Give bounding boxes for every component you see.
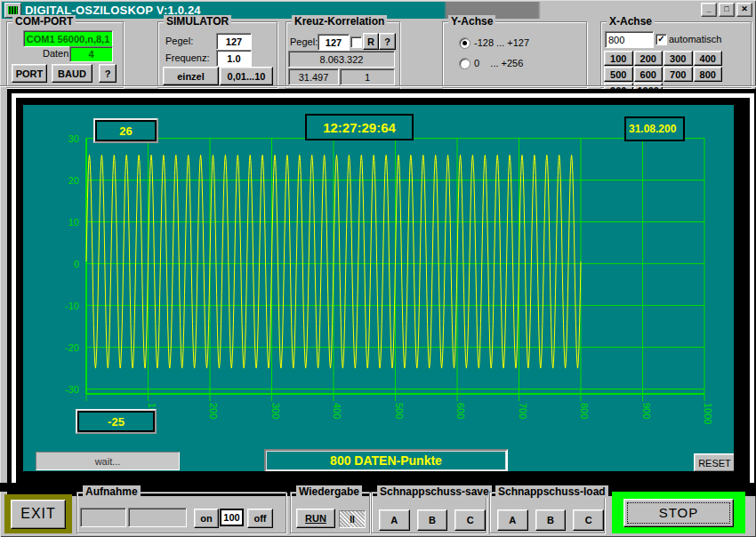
wiedergabe-label: Wiedergabe xyxy=(296,485,362,498)
kreuz-checkbox[interactable] xyxy=(350,36,362,48)
exit-button[interactable]: EXIT xyxy=(11,500,66,529)
aufnahme-field-2[interactable] xyxy=(128,508,187,527)
axis-tick-label: 200 xyxy=(208,403,219,419)
x-preset-button[interactable]: 500 xyxy=(604,67,633,82)
run-button[interactable]: RUN xyxy=(296,509,335,528)
axis-tick-label: 500 xyxy=(394,403,405,419)
wiedergabe-group: Wiedergabe RUN II xyxy=(290,492,370,533)
simulator-label: SIMULATOR xyxy=(164,15,231,28)
stop-panel: STOP xyxy=(612,492,745,533)
load-slot-button[interactable]: B xyxy=(535,509,567,531)
reset-button[interactable]: RESET xyxy=(694,453,734,471)
save-slot-button[interactable]: C xyxy=(454,509,486,531)
y-achse-label: Y-Achse xyxy=(448,15,495,28)
daten-label: Daten: xyxy=(43,48,71,59)
axis-tick-label: 800 xyxy=(579,403,590,419)
automatisch-label: automatisch xyxy=(669,34,721,44)
wait-status-bar: wait... xyxy=(36,452,180,470)
maximize-button[interactable]: □ xyxy=(719,3,735,17)
axis-tick-label: 900 xyxy=(641,403,652,419)
kreuz-pegel-label: Pegel: xyxy=(290,36,318,47)
aufnahme-count-field[interactable]: 100 xyxy=(220,509,244,526)
baud-button[interactable]: BAUD xyxy=(52,64,92,83)
kreuz-label: Kreuz-Korrelation xyxy=(292,15,387,28)
load-slot-buttons: ABC xyxy=(497,509,604,529)
schnappschuss-save-label: Schnappschuss-save xyxy=(377,485,492,498)
oscilloscope-display: 3020100-10-20-30100200300400500600700800… xyxy=(23,105,734,471)
axis-tick-label: -10 xyxy=(65,301,79,311)
x-preset-button[interactable]: 700 xyxy=(664,67,693,82)
automatisch-checkbox[interactable]: ✓ xyxy=(655,34,667,45)
com-help-button[interactable]: ? xyxy=(99,64,117,83)
x-preset-button[interactable]: 600 xyxy=(634,67,664,82)
x-achse-input[interactable]: 800 xyxy=(605,31,654,48)
aufnahme-group: Aufnahme on 100 off xyxy=(76,492,286,533)
x-achse-preset-buttons: 1002003004005006007008009001000 xyxy=(604,51,748,81)
pause-toggle[interactable]: II xyxy=(339,510,366,528)
y-range-radio-1[interactable] xyxy=(459,37,470,49)
schnappschuss-load-label: Schnappschuss-load xyxy=(495,485,608,498)
axis-tick-label: 10 xyxy=(68,217,79,228)
kreuz-result-right: 1 xyxy=(340,68,395,85)
aufnahme-field-1[interactable] xyxy=(80,508,126,527)
simulator-group: SIMULATOR Pegel: 127 Frequenz: 1.0 einze… xyxy=(157,21,277,88)
save-slot-button[interactable]: A xyxy=(379,509,410,531)
axis-tick-label: 30 xyxy=(68,133,79,144)
min-value-box: -25 xyxy=(76,409,157,434)
stop-button[interactable]: STOP xyxy=(623,499,734,527)
x-achse-group: X-Achse 800 ✓ automatisch 10020030040050… xyxy=(600,21,752,88)
save-slot-button[interactable]: B xyxy=(417,509,448,531)
y-range-radio-2[interactable] xyxy=(459,58,470,69)
com-port-value: COM1 56000,n,8,1 xyxy=(23,30,113,47)
com-port-label: COM-PORT xyxy=(12,15,76,28)
daten-value: 4 xyxy=(69,46,113,62)
schnappschuss-load-group: Schnappschuss-load ABC xyxy=(489,492,605,533)
aufnahme-on-button[interactable]: on xyxy=(194,509,219,528)
save-slot-buttons: ABC xyxy=(379,509,486,529)
kreuz-result-main: 8.063.322 xyxy=(288,51,395,68)
load-slot-button[interactable]: C xyxy=(573,509,604,531)
y-range-label-2: 0 ... +256 xyxy=(474,58,523,68)
toolbar-divider xyxy=(0,85,756,87)
time-display: 12:27:29:64 xyxy=(305,114,414,140)
axis-tick-label: 600 xyxy=(455,403,466,419)
minimize-button[interactable]: _ xyxy=(701,3,717,17)
com-port-group: COM-PORT COM1 56000,n,8,1 Daten: 4 PORT … xyxy=(6,21,124,88)
kreuz-result-left: 31.497 xyxy=(288,68,339,85)
x-preset-button[interactable]: 300 xyxy=(664,51,693,66)
axis-tick-label: 0 xyxy=(74,259,79,269)
kreuz-help-button[interactable]: ? xyxy=(379,33,396,50)
app-window: { "window": { "title": "DIGITAL-OSZILOSK… xyxy=(0,0,756,537)
y-achse-group: Y-Achse -128 ... +127 0 ... +256 xyxy=(442,21,587,88)
sim-pegel-input[interactable]: 127 xyxy=(216,33,252,50)
kreuz-korrelation-group: Kreuz-Korrelation Pegel: 127 R ? 8.063.3… xyxy=(286,21,400,89)
axis-tick-label: 300 xyxy=(270,403,281,419)
exit-panel: EXIT xyxy=(4,494,72,533)
x-preset-button[interactable]: 400 xyxy=(694,51,723,66)
x-achse-label: X-Achse xyxy=(607,15,655,28)
sim-pegel-label: Pegel: xyxy=(165,36,193,46)
close-button[interactable]: ✕ xyxy=(736,3,752,17)
axis-tick-label: 20 xyxy=(68,175,79,186)
x-preset-button[interactable]: 200 xyxy=(634,51,664,66)
schnappschuss-save-group: Schnappschuss-save ABC xyxy=(371,492,487,533)
x-preset-button[interactable]: 800 xyxy=(694,67,723,82)
axis-tick-label: 700 xyxy=(518,403,528,419)
max-value-box: 26 xyxy=(93,118,158,143)
sim-frequenz-input[interactable]: 1.0 xyxy=(216,50,252,67)
kreuz-pegel-input[interactable]: 127 xyxy=(318,34,350,51)
load-slot-button[interactable]: A xyxy=(497,509,528,531)
axis-tick-label: 400 xyxy=(332,403,342,419)
aufnahme-off-button[interactable]: off xyxy=(247,509,273,528)
date-display: 31.08.200 xyxy=(624,116,685,141)
port-button[interactable]: PORT xyxy=(12,64,47,83)
sim-frequenz-label: Frequenz: xyxy=(165,52,210,63)
einzel-button[interactable]: einzel xyxy=(163,67,219,85)
daten-punkte-box: 800 DATEN-Punkte xyxy=(264,449,508,471)
axis-tick-label: 1000 xyxy=(703,403,713,424)
y-range-label-1: -128 ... +127 xyxy=(474,37,529,48)
range-button[interactable]: 0,01...10 xyxy=(220,67,273,85)
x-preset-button[interactable]: 100 xyxy=(604,51,633,66)
r-button[interactable]: R xyxy=(363,33,379,50)
axis-tick-label: -20 xyxy=(65,342,79,353)
